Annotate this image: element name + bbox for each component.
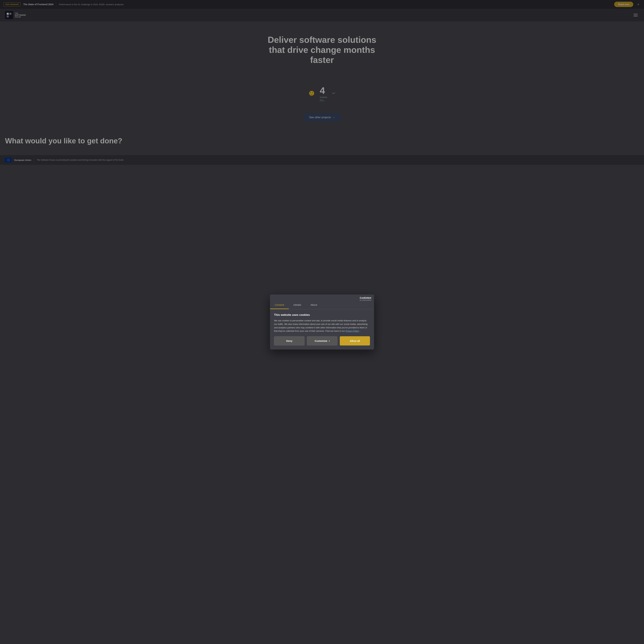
cookie-buttons: Deny Customize › Allow all (270, 336, 374, 350)
cookiebot-sub-text: by Usercentrics (360, 299, 371, 301)
customize-button[interactable]: Customize › (307, 336, 337, 345)
cookiebot-logo-text: Cookiebot (360, 297, 371, 299)
cookie-modal-header: Cookiebot by Usercentrics (270, 294, 374, 301)
cookie-description: We use cookies to personalise content an… (274, 319, 370, 333)
tab-about[interactable]: About (306, 301, 322, 309)
tab-consent[interactable]: Consent (270, 301, 289, 309)
cookiebot-logo-block: Cookiebot by Usercentrics (360, 297, 371, 301)
tab-details[interactable]: Details (289, 301, 306, 309)
cookiebot-logo: Cookiebot by Usercentrics (360, 297, 371, 301)
cookie-modal-title: This website uses cookies (274, 313, 370, 317)
privacy-policy-link[interactable]: Privacy Policy (345, 330, 359, 332)
customize-chevron-icon: › (329, 339, 330, 343)
cookie-modal: Cookiebot by Usercentrics Consent Detail… (270, 294, 374, 350)
deny-button[interactable]: Deny (274, 336, 305, 345)
cookie-content: This website uses cookies We use cookies… (270, 309, 374, 336)
allow-all-button[interactable]: Allow all (340, 336, 370, 345)
cookie-tabs: Consent Details About (270, 301, 374, 309)
cookie-modal-overlay: Cookiebot by Usercentrics Consent Detail… (0, 0, 644, 644)
customize-label: Customize (315, 339, 327, 342)
